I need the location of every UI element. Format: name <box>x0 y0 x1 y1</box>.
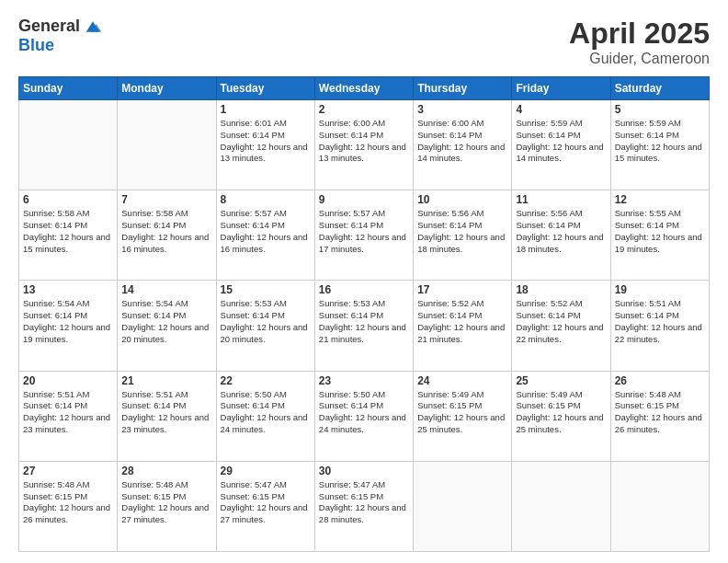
table-row: 9Sunrise: 5:57 AM Sunset: 6:14 PM Daylig… <box>314 190 413 281</box>
day-number: 20 <box>23 374 113 387</box>
table-row: 11Sunrise: 5:56 AM Sunset: 6:14 PM Dayli… <box>512 190 610 281</box>
page: General Blue April 2025 Guider, Cameroon… <box>0 0 728 563</box>
table-row <box>610 461 709 551</box>
day-info: Sunrise: 5:56 AM Sunset: 6:14 PM Dayligh… <box>417 208 507 255</box>
table-row: 6Sunrise: 5:58 AM Sunset: 6:14 PM Daylig… <box>19 190 118 281</box>
calendar-week-row: 27Sunrise: 5:48 AM Sunset: 6:15 PM Dayli… <box>19 461 710 551</box>
table-row: 5Sunrise: 5:59 AM Sunset: 6:14 PM Daylig… <box>610 100 709 190</box>
table-row: 10Sunrise: 5:56 AM Sunset: 6:14 PM Dayli… <box>414 190 512 281</box>
day-info: Sunrise: 5:53 AM Sunset: 6:14 PM Dayligh… <box>221 298 311 345</box>
day-info: Sunrise: 6:01 AM Sunset: 6:14 PM Dayligh… <box>221 118 311 165</box>
col-saturday: Saturday <box>610 77 709 100</box>
logo: General Blue <box>18 17 103 55</box>
day-info: Sunrise: 5:51 AM Sunset: 6:14 PM Dayligh… <box>121 389 211 436</box>
day-info: Sunrise: 5:51 AM Sunset: 6:14 PM Dayligh… <box>615 298 705 345</box>
col-friday: Friday <box>512 77 610 100</box>
col-wednesday: Wednesday <box>314 77 413 100</box>
day-number: 22 <box>221 374 311 387</box>
day-number: 10 <box>417 193 507 206</box>
title-location: Guider, Cameroon <box>569 51 710 67</box>
day-info: Sunrise: 5:58 AM Sunset: 6:14 PM Dayligh… <box>121 208 211 255</box>
day-info: Sunrise: 5:54 AM Sunset: 6:14 PM Dayligh… <box>23 298 113 345</box>
table-row: 2Sunrise: 6:00 AM Sunset: 6:14 PM Daylig… <box>314 100 413 190</box>
title-block: April 2025 Guider, Cameroon <box>569 17 710 67</box>
logo-general-text: General <box>18 17 80 36</box>
day-number: 1 <box>221 103 311 116</box>
day-number: 15 <box>221 283 311 296</box>
table-row <box>512 461 610 551</box>
table-row: 22Sunrise: 5:50 AM Sunset: 6:14 PM Dayli… <box>216 371 314 461</box>
table-row: 17Sunrise: 5:52 AM Sunset: 6:14 PM Dayli… <box>414 281 512 371</box>
day-info: Sunrise: 5:49 AM Sunset: 6:15 PM Dayligh… <box>417 389 507 436</box>
title-month: April 2025 <box>569 17 710 51</box>
table-row <box>414 461 512 551</box>
day-number: 6 <box>23 193 113 206</box>
table-row: 16Sunrise: 5:53 AM Sunset: 6:14 PM Dayli… <box>314 281 413 371</box>
table-row: 3Sunrise: 6:00 AM Sunset: 6:14 PM Daylig… <box>414 100 512 190</box>
day-number: 28 <box>121 465 211 477</box>
table-row: 23Sunrise: 5:50 AM Sunset: 6:14 PM Dayli… <box>314 371 413 461</box>
day-number: 27 <box>23 465 113 477</box>
day-number: 4 <box>516 103 606 116</box>
day-info: Sunrise: 5:59 AM Sunset: 6:14 PM Dayligh… <box>516 118 606 165</box>
table-row: 18Sunrise: 5:52 AM Sunset: 6:14 PM Dayli… <box>512 281 610 371</box>
calendar-week-row: 20Sunrise: 5:51 AM Sunset: 6:14 PM Dayli… <box>19 371 710 461</box>
calendar-week-row: 13Sunrise: 5:54 AM Sunset: 6:14 PM Dayli… <box>19 281 710 371</box>
day-info: Sunrise: 5:52 AM Sunset: 6:14 PM Dayligh… <box>417 298 507 345</box>
day-number: 21 <box>121 374 211 387</box>
calendar-header-row: Sunday Monday Tuesday Wednesday Thursday… <box>19 77 710 100</box>
day-info: Sunrise: 5:55 AM Sunset: 6:14 PM Dayligh… <box>615 208 705 255</box>
day-number: 13 <box>23 283 113 296</box>
table-row: 26Sunrise: 5:48 AM Sunset: 6:15 PM Dayli… <box>610 371 709 461</box>
calendar-week-row: 1Sunrise: 6:01 AM Sunset: 6:14 PM Daylig… <box>19 100 710 190</box>
table-row <box>118 100 216 190</box>
table-row: 7Sunrise: 5:58 AM Sunset: 6:14 PM Daylig… <box>118 190 216 281</box>
day-number: 19 <box>615 283 705 296</box>
day-number: 29 <box>221 465 311 477</box>
table-row: 15Sunrise: 5:53 AM Sunset: 6:14 PM Dayli… <box>216 281 314 371</box>
day-info: Sunrise: 5:54 AM Sunset: 6:14 PM Dayligh… <box>121 298 211 345</box>
col-monday: Monday <box>118 77 216 100</box>
day-number: 25 <box>516 374 606 387</box>
table-row: 20Sunrise: 5:51 AM Sunset: 6:14 PM Dayli… <box>19 371 118 461</box>
table-row: 4Sunrise: 5:59 AM Sunset: 6:14 PM Daylig… <box>512 100 610 190</box>
col-tuesday: Tuesday <box>216 77 314 100</box>
col-thursday: Thursday <box>414 77 512 100</box>
day-number: 9 <box>319 193 409 206</box>
day-info: Sunrise: 5:58 AM Sunset: 6:14 PM Dayligh… <box>23 208 113 255</box>
day-number: 7 <box>121 193 211 206</box>
table-row: 28Sunrise: 5:48 AM Sunset: 6:15 PM Dayli… <box>118 461 216 551</box>
day-info: Sunrise: 5:48 AM Sunset: 6:15 PM Dayligh… <box>23 479 113 526</box>
table-row: 21Sunrise: 5:51 AM Sunset: 6:14 PM Dayli… <box>118 371 216 461</box>
table-row: 24Sunrise: 5:49 AM Sunset: 6:15 PM Dayli… <box>414 371 512 461</box>
day-info: Sunrise: 6:00 AM Sunset: 6:14 PM Dayligh… <box>319 118 409 165</box>
table-row: 13Sunrise: 5:54 AM Sunset: 6:14 PM Dayli… <box>19 281 118 371</box>
day-number: 12 <box>615 193 705 206</box>
table-row: 25Sunrise: 5:49 AM Sunset: 6:15 PM Dayli… <box>512 371 610 461</box>
table-row: 27Sunrise: 5:48 AM Sunset: 6:15 PM Dayli… <box>19 461 118 551</box>
day-info: Sunrise: 5:57 AM Sunset: 6:14 PM Dayligh… <box>319 208 409 255</box>
day-number: 26 <box>615 374 705 387</box>
table-row: 8Sunrise: 5:57 AM Sunset: 6:14 PM Daylig… <box>216 190 314 281</box>
day-number: 3 <box>417 103 507 116</box>
day-info: Sunrise: 5:48 AM Sunset: 6:15 PM Dayligh… <box>615 389 705 436</box>
logo-blue-text: Blue <box>18 37 103 55</box>
logo-icon <box>83 17 103 37</box>
day-info: Sunrise: 5:49 AM Sunset: 6:15 PM Dayligh… <box>516 389 606 436</box>
day-info: Sunrise: 5:59 AM Sunset: 6:14 PM Dayligh… <box>615 118 705 165</box>
table-row: 1Sunrise: 6:01 AM Sunset: 6:14 PM Daylig… <box>216 100 314 190</box>
calendar-week-row: 6Sunrise: 5:58 AM Sunset: 6:14 PM Daylig… <box>19 190 710 281</box>
table-row: 19Sunrise: 5:51 AM Sunset: 6:14 PM Dayli… <box>610 281 709 371</box>
table-row: 29Sunrise: 5:47 AM Sunset: 6:15 PM Dayli… <box>216 461 314 551</box>
day-number: 5 <box>615 103 705 116</box>
calendar-table: Sunday Monday Tuesday Wednesday Thursday… <box>18 76 710 552</box>
day-number: 11 <box>516 193 606 206</box>
day-info: Sunrise: 6:00 AM Sunset: 6:14 PM Dayligh… <box>417 118 507 165</box>
day-info: Sunrise: 5:56 AM Sunset: 6:14 PM Dayligh… <box>516 208 606 255</box>
day-number: 23 <box>319 374 409 387</box>
day-info: Sunrise: 5:51 AM Sunset: 6:14 PM Dayligh… <box>23 389 113 436</box>
day-info: Sunrise: 5:52 AM Sunset: 6:14 PM Dayligh… <box>516 298 606 345</box>
table-row: 12Sunrise: 5:55 AM Sunset: 6:14 PM Dayli… <box>610 190 709 281</box>
day-info: Sunrise: 5:50 AM Sunset: 6:14 PM Dayligh… <box>221 389 311 436</box>
header: General Blue April 2025 Guider, Cameroon <box>18 17 710 67</box>
